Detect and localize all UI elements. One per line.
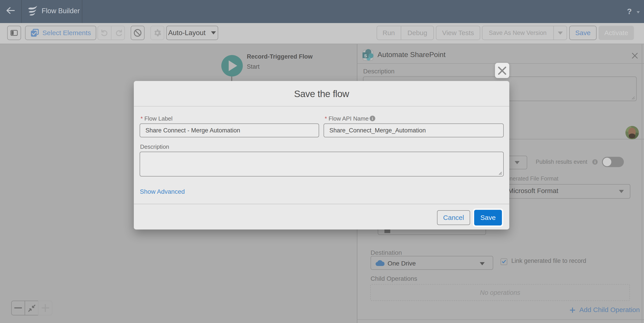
svg-text:S: S <box>364 54 367 58</box>
